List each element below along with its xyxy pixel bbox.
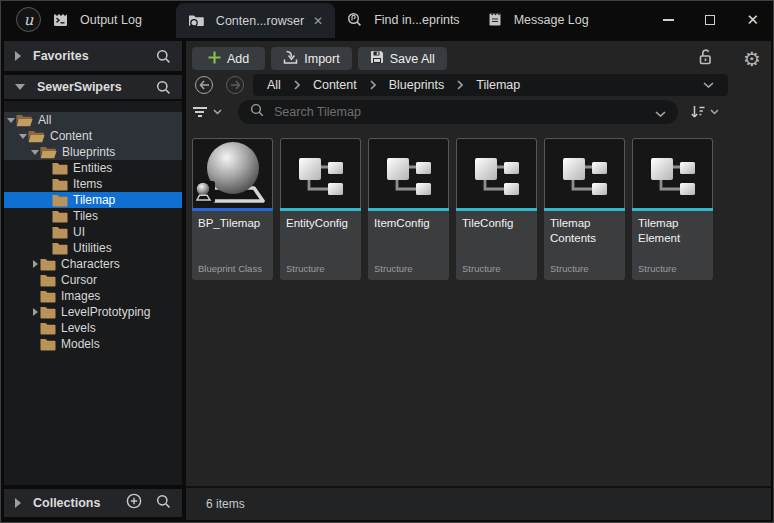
tree-item-levels[interactable]: Levels [4, 320, 182, 336]
search-icon[interactable] [156, 49, 171, 64]
breadcrumb-segment[interactable]: Tilemap [476, 78, 520, 92]
favorites-label: Favorites [33, 49, 89, 63]
folder-icon [40, 338, 56, 351]
collapse-arrow-icon[interactable] [15, 498, 21, 508]
tree-item-utilities[interactable]: Utilities [4, 240, 182, 256]
add-button[interactable]: Add [192, 47, 265, 70]
back-button[interactable] [195, 76, 213, 94]
items-count: 6 items [206, 497, 245, 511]
window-body: Favorites SewerSwipers All [1, 38, 773, 522]
save-all-button[interactable]: Save All [358, 47, 447, 70]
structure-thumbnail [632, 138, 713, 208]
asset-card-tileconfig[interactable]: TileConfig Structure [456, 138, 537, 280]
expand-arrow-icon [19, 134, 27, 139]
folder-icon [40, 322, 56, 335]
tree-item-entities[interactable]: Entities [4, 160, 182, 176]
chevron-down-icon[interactable] [703, 82, 714, 88]
tree-item-content[interactable]: Content [4, 128, 182, 144]
breadcrumb-segment[interactable]: Blueprints [389, 78, 445, 92]
plus-icon [208, 51, 221, 67]
expand-arrow-icon [7, 118, 15, 123]
collapse-arrow-icon [33, 260, 38, 268]
asset-card-itemconfig[interactable]: ItemConfig Structure [368, 138, 449, 280]
tree-item-blueprints[interactable]: Blueprints [4, 144, 182, 160]
tree-item-cursor[interactable]: Cursor [4, 272, 182, 288]
add-collection-icon[interactable] [126, 493, 142, 513]
tab-label: Find in...eprints [374, 13, 459, 27]
sort-button[interactable] [690, 105, 719, 119]
settings-gear-icon[interactable]: ⚙ [743, 49, 761, 69]
sort-icon [690, 105, 706, 119]
tab-close-icon[interactable]: ✕ [313, 14, 323, 28]
structure-thumbnail [368, 138, 449, 208]
project-section[interactable]: SewerSwipers [4, 75, 182, 99]
asset-card-bp-tilemap[interactable]: BP_Tilemap Blueprint Class [192, 138, 273, 280]
tree-item-ui[interactable]: UI [4, 224, 182, 240]
lock-icon[interactable] [696, 48, 713, 69]
blueprint-sphere-thumbnail [192, 138, 273, 208]
tree-item-label: UI [73, 225, 85, 239]
unreal-logo-icon[interactable]: u [16, 7, 41, 32]
tree-item-all[interactable]: All [4, 112, 182, 128]
close-icon[interactable]: ✕ [746, 12, 759, 27]
project-label: SewerSwipers [37, 80, 122, 94]
tab-find-in-blueprints[interactable]: Find in...eprints [347, 1, 459, 38]
tree-item-tilemap[interactable]: Tilemap [4, 192, 182, 208]
collapse-arrow-icon[interactable] [15, 51, 21, 61]
tree-item-label: Tiles [73, 209, 98, 223]
tree-item-label: Utilities [73, 241, 112, 255]
asset-grid: BP_Tilemap Blueprint Class [186, 125, 771, 486]
breadcrumb-segment[interactable]: All [267, 78, 281, 92]
expand-arrow-icon[interactable] [15, 84, 25, 90]
breadcrumb-segment[interactable]: Content [313, 78, 357, 92]
folder-icon [40, 306, 56, 319]
folder-icon [40, 290, 56, 303]
tree-item-label: Characters [61, 257, 120, 271]
save-all-button-label: Save All [390, 52, 435, 66]
search-icon [250, 103, 264, 121]
tab-message-log[interactable]: Message Log [488, 1, 589, 38]
message-log-icon [488, 12, 502, 27]
tree-item-levelprototyping[interactable]: LevelPrototyping [4, 304, 182, 320]
asset-card-entityconfig[interactable]: EntityConfig Structure [280, 138, 361, 280]
tree-item-label: Entities [73, 161, 112, 175]
tree-item-label: Cursor [61, 273, 97, 287]
search-input[interactable] [272, 104, 647, 120]
asset-type: Structure [462, 263, 501, 275]
content-browser-icon [188, 13, 204, 28]
asset-card-tilemap-contents[interactable]: Tilemap Contents Structure [544, 138, 625, 280]
tree-item-items[interactable]: Items [4, 176, 182, 192]
collections-section[interactable]: Collections [4, 489, 182, 517]
save-icon [370, 50, 384, 67]
search-icon[interactable] [156, 494, 171, 513]
tab-output-log[interactable]: Output Log [53, 1, 142, 38]
breadcrumb[interactable]: All Content Blueprints Tilemap [253, 74, 728, 96]
tree-item-models[interactable]: Models [4, 336, 182, 352]
favorites-section[interactable]: Favorites [4, 41, 182, 71]
maximize-icon[interactable] [705, 15, 715, 25]
folder-open-icon [16, 114, 33, 127]
structure-thumbnail [456, 138, 537, 208]
asset-card-tilemap-element[interactable]: Tilemap Element Structure [632, 138, 713, 280]
tree-item-images[interactable]: Images [4, 288, 182, 304]
tab-label: Conten...rowser [216, 14, 304, 28]
tree-item-label: All [38, 113, 51, 127]
tab-content-browser[interactable]: Conten...rowser ✕ [176, 3, 335, 38]
filter-button[interactable] [192, 107, 222, 117]
tree-item-characters[interactable]: Characters [4, 256, 182, 272]
navigation-bar: All Content Blueprints Tilemap [186, 71, 771, 99]
minimize-icon[interactable] [663, 19, 674, 21]
import-button[interactable]: Import [271, 47, 351, 70]
tree-item-label: Items [73, 177, 102, 191]
asset-type: Structure [286, 263, 325, 275]
tree-item-label: Models [61, 337, 100, 351]
tree-item-tiles[interactable]: Tiles [4, 208, 182, 224]
search-icon[interactable] [156, 80, 171, 95]
import-icon [283, 50, 298, 68]
chevron-down-icon[interactable] [655, 103, 666, 121]
chevron-right-icon [294, 80, 300, 90]
asset-name: Tilemap Element Structure [632, 211, 713, 280]
forward-button[interactable] [226, 76, 244, 94]
chevron-right-icon [457, 80, 463, 90]
collections-label: Collections [33, 496, 100, 510]
